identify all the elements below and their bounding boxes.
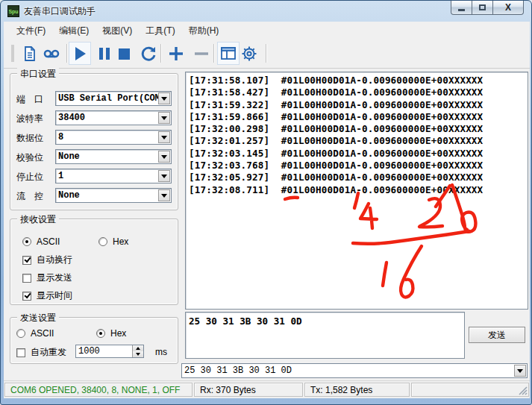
port-label: 端 口 (16, 93, 55, 106)
tx-hex-radio[interactable]: Hex (96, 328, 126, 339)
resend-interval-input[interactable]: 1000 (75, 345, 144, 358)
resize-grip-icon[interactable] (517, 385, 528, 395)
document-icon (22, 45, 38, 62)
minimize-button[interactable] (451, 1, 472, 15)
databits-value: 8 (56, 132, 158, 142)
baud-select[interactable]: 38400 (55, 110, 172, 125)
serial-settings-title: 串口设置 (17, 68, 59, 81)
maximize-button[interactable] (472, 1, 492, 15)
radio-icon (22, 237, 31, 246)
tx-bytes-status: Tx: 1,582 Bytes (304, 383, 410, 397)
play-icon (72, 45, 88, 62)
menu-edit[interactable]: 编辑(E) (52, 22, 96, 40)
start-button[interactable] (69, 42, 91, 65)
radio-icon (16, 329, 25, 338)
send-settings-title: 发送设置 (17, 312, 59, 324)
menu-view[interactable]: 视图(V) (96, 22, 139, 40)
refresh-icon (140, 45, 157, 63)
databits-select[interactable]: 8 (55, 130, 172, 145)
baud-label: 波特率 (16, 113, 55, 125)
checkbox-icon (22, 274, 31, 283)
checkbox-icon (22, 256, 31, 265)
rx-ascii-radio[interactable]: ASCII (22, 236, 60, 247)
port-value: USB Serial Port(COM6) (56, 93, 158, 104)
zoom-out-button[interactable] (190, 42, 213, 65)
record-button[interactable] (40, 42, 63, 65)
interval-value: 1000 (76, 345, 132, 357)
spin-down-icon[interactable] (133, 351, 143, 357)
tx-ascii-label: ASCII (31, 328, 54, 339)
show-send-label: 显示发送 (37, 271, 72, 284)
auto-resend-checkbox[interactable]: 自动重发 (16, 346, 66, 359)
receive-settings-group: 接收设置 ASCII Hex 自动换行 显示发送 显示时间 (10, 219, 178, 305)
flowctrl-select[interactable]: None (55, 188, 172, 203)
auto-resend-label: 自动重发 (31, 346, 66, 359)
connection-status: COM6 OPENED, 38400, 8, NONE, 1, OFF (4, 383, 193, 397)
dropdown-arrow-icon[interactable] (514, 365, 526, 377)
plus-icon (167, 45, 185, 63)
radio-icon (96, 329, 105, 338)
settings-button[interactable] (238, 42, 260, 65)
stop-button[interactable] (113, 42, 135, 65)
panel-layout-button[interactable] (217, 42, 240, 65)
dropdown-arrow-icon[interactable] (158, 170, 170, 182)
minus-icon (193, 45, 210, 63)
checkbox-icon (16, 348, 25, 357)
rx-hex-label: Hex (113, 236, 128, 247)
restart-button[interactable] (137, 42, 160, 65)
receive-log-area[interactable]: [17:31:58.107] #01L00H00D01A-0.009600000… (185, 72, 528, 310)
tx-hex-label: Hex (110, 328, 126, 339)
dropdown-arrow-icon[interactable] (158, 92, 170, 104)
stopbits-label: 停止位 (16, 171, 55, 183)
databits-label: 数据位 (16, 132, 55, 145)
menu-file[interactable]: 文件(F) (10, 22, 52, 40)
interval-unit-label: ms (155, 347, 167, 357)
new-document-button[interactable] (19, 42, 41, 65)
parity-select[interactable]: None (55, 149, 172, 164)
window-panel-icon (220, 45, 237, 62)
send-settings-group: 发送设置 ASCII Hex 自动重发 1000 ms (10, 317, 178, 364)
toolbar-grip[interactable] (11, 45, 14, 62)
stopbits-select[interactable]: 1 (55, 169, 172, 183)
send-button[interactable]: 发送 (469, 327, 525, 343)
dropdown-arrow-icon[interactable] (158, 151, 170, 163)
dropdown-arrow-icon[interactable] (158, 112, 170, 124)
show-send-checkbox[interactable]: 显示发送 (22, 271, 72, 284)
send-text: 25 30 31 3B 30 31 0D (186, 313, 464, 330)
window-title: 友善串口调试助手 (24, 5, 96, 18)
show-time-checkbox[interactable]: 显示时间 (22, 289, 72, 302)
parity-value: None (56, 151, 158, 162)
receive-settings-title: 接收设置 (17, 213, 59, 226)
toolbar-separator (266, 44, 266, 63)
title-bar[interactable]: Spu 友善串口调试助手 X (1, 1, 531, 22)
status-filler (411, 383, 529, 397)
receive-log-text: [17:31:58.107] #01L00H00D01A-0.009600000… (186, 72, 528, 196)
history-value: 25 30 31 3B 30 31 0D (182, 365, 514, 376)
close-button[interactable]: X (492, 1, 524, 15)
app-window: Spu 友善串口调试助手 X 文件(F) 编辑(E) 视图(V) 工具(T) 帮… (0, 0, 532, 405)
show-time-label: 显示时间 (37, 289, 72, 302)
gear-icon (240, 45, 258, 63)
baud-value: 38400 (56, 113, 158, 123)
tx-ascii-radio[interactable]: ASCII (16, 328, 54, 339)
toolbar-separator (66, 44, 67, 63)
auto-newline-checkbox[interactable]: 自动换行 (22, 254, 72, 266)
radio-icon (98, 237, 107, 246)
menu-bar: 文件(F) 编辑(E) 视图(V) 工具(T) 帮助(H) (4, 22, 530, 40)
send-text-area[interactable]: 25 30 31 3B 30 31 0D (185, 312, 465, 359)
send-history-combo[interactable]: 25 30 31 3B 30 31 0D (181, 363, 528, 378)
port-select[interactable]: USB Serial Port(COM6) (55, 91, 172, 106)
menu-help[interactable]: 帮助(H) (182, 22, 226, 40)
dropdown-arrow-icon[interactable] (158, 131, 170, 143)
rx-hex-radio[interactable]: Hex (98, 236, 128, 247)
client-area: 文件(F) 编辑(E) 视图(V) 工具(T) 帮助(H) (4, 22, 530, 398)
stop-icon (116, 45, 132, 62)
zoom-in-button[interactable] (165, 42, 187, 65)
spin-up-icon[interactable] (133, 345, 143, 351)
auto-newline-label: 自动换行 (37, 254, 72, 266)
stopbits-value: 1 (56, 171, 158, 181)
menu-tools[interactable]: 工具(T) (139, 22, 181, 40)
serial-settings-group: 串口设置 端 口 USB Serial Port(COM6) 波特率 38400… (10, 73, 178, 210)
dropdown-arrow-icon[interactable] (158, 189, 170, 201)
parity-label: 校验位 (16, 151, 55, 164)
